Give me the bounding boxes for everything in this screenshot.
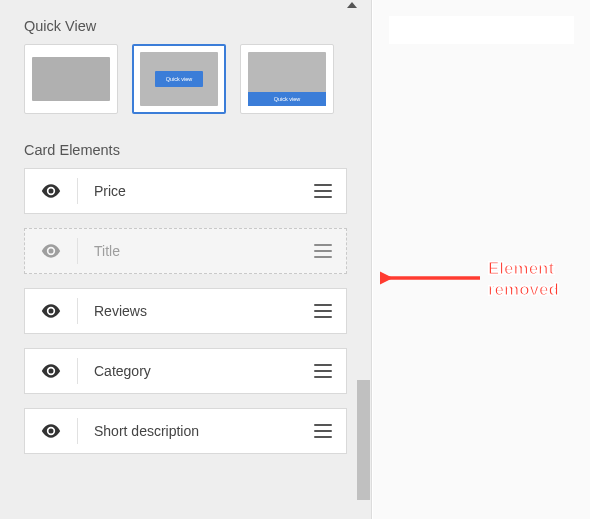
card-element-label: Short description [78,423,300,439]
scrollbar-thumb[interactable] [357,380,370,500]
quick-view-option-bottom-bar[interactable]: Quick view [240,44,334,114]
drag-handle-icon [314,184,332,198]
quick-view-button-preview: Quick view [248,92,326,106]
drag-handle-icon [314,424,332,438]
card-element-label: Price [78,183,300,199]
card-elements-list: Price Title Reviews [0,168,371,454]
customizer-sidebar: Quick View Quick view Quick view Card El… [0,0,372,519]
quick-view-card-preview: Quick view [140,52,218,106]
quick-view-card-preview [32,57,110,101]
eye-icon [41,244,61,258]
quick-view-section-title: Quick View [24,18,371,34]
eye-icon [41,304,61,318]
preview-pane [373,0,590,519]
card-element-reviews[interactable]: Reviews [24,288,347,334]
toggle-visibility-button[interactable] [25,169,77,213]
card-element-label: Title [78,243,300,259]
sidebar-scrollbar[interactable] [357,0,370,519]
card-element-short-description[interactable]: Short description [24,408,347,454]
eye-icon [41,364,61,378]
card-element-label: Category [78,363,300,379]
quick-view-option-none[interactable] [24,44,118,114]
card-element-label: Reviews [78,303,300,319]
card-element-title[interactable]: Title [24,228,347,274]
eye-icon [41,184,61,198]
card-element-category[interactable]: Category [24,348,347,394]
drag-handle[interactable] [300,364,346,378]
drag-handle[interactable] [300,184,346,198]
eye-icon [41,424,61,438]
preview-content [389,16,574,44]
drag-handle-icon [314,364,332,378]
drag-handle-icon [314,244,332,258]
quick-view-button-preview: Quick view [155,71,203,87]
collapse-section-arrow[interactable] [347,2,357,8]
card-element-price[interactable]: Price [24,168,347,214]
drag-handle[interactable] [300,244,346,258]
toggle-visibility-button[interactable] [25,229,77,273]
card-elements-section-title: Card Elements [24,142,371,158]
toggle-visibility-button[interactable] [25,409,77,453]
drag-handle-icon [314,304,332,318]
drag-handle[interactable] [300,424,346,438]
quick-view-option-center-button[interactable]: Quick view [132,44,226,114]
toggle-visibility-button[interactable] [25,349,77,393]
toggle-visibility-button[interactable] [25,289,77,333]
quick-view-options: Quick view Quick view [0,44,371,124]
drag-handle[interactable] [300,304,346,318]
quick-view-card-preview: Quick view [248,52,326,106]
